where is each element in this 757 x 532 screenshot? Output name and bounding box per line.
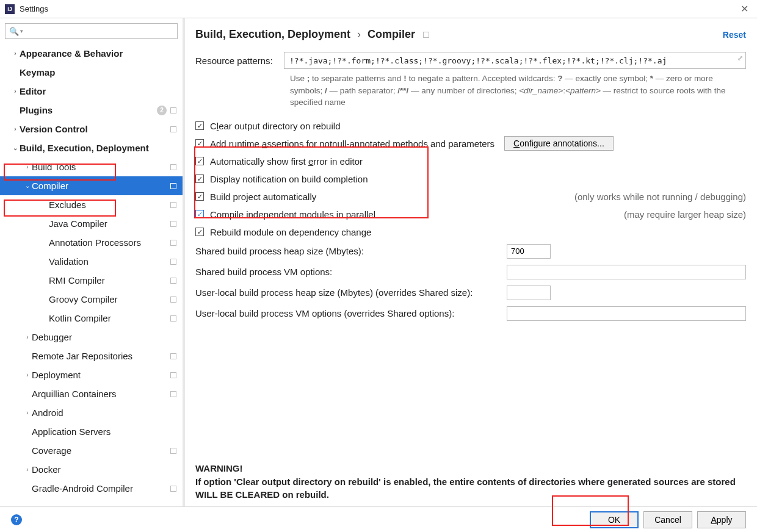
build-auto-checkbox[interactable]: ✓	[195, 192, 204, 201]
scope-icon	[170, 372, 176, 378]
resource-help-text: Use ; to separate patterns and ! to nega…	[290, 73, 746, 109]
tree-item-label: Annotation Processors	[49, 237, 170, 248]
ok-button[interactable]: OK	[590, 511, 639, 528]
scope-icon	[170, 164, 176, 170]
close-icon[interactable]: ✕	[737, 3, 752, 15]
local-vm-input[interactable]	[507, 306, 746, 321]
apply-button[interactable]: Apply	[697, 511, 746, 528]
chevron-icon: ›	[11, 88, 20, 95]
tree-item-groovy-compiler[interactable]: ›Groovy Compiler	[0, 290, 183, 309]
tree-item-label: Java Compiler	[49, 218, 170, 229]
auto-show-error-checkbox[interactable]: ✓	[195, 157, 204, 165]
tree-item-label: Kotlin Compiler	[49, 313, 170, 323]
display-notification-checkbox[interactable]: ✓	[195, 174, 204, 183]
tree-item-deployment[interactable]: ›Deployment	[0, 365, 183, 384]
tree-item-label: Remote Jar Repositories	[32, 351, 170, 361]
chevron-icon: ›	[11, 126, 20, 132]
shared-heap-input[interactable]	[507, 244, 551, 259]
shared-heap-label: Shared build process heap size (Mbytes):	[195, 246, 507, 256]
scope-icon	[170, 315, 176, 322]
tree-item-label: Build, Execution, Deployment	[20, 143, 183, 153]
tree-item-kotlin-compiler[interactable]: ›Kotlin Compiler	[0, 309, 183, 328]
rebuild-module-label: Rebuild module on dependency change	[210, 227, 371, 237]
tree-item-build-tools[interactable]: ›Build Tools	[0, 157, 183, 176]
breadcrumb: Build, Execution, Deployment › Compiler	[195, 28, 723, 41]
tree-item-compiler[interactable]: ⌄Compiler	[0, 176, 183, 195]
tree-item-version-control[interactable]: ›Version Control	[0, 120, 183, 138]
tree-item-label: Excludes	[49, 200, 170, 210]
scope-icon	[423, 32, 429, 38]
tree-item-label: Docker	[32, 464, 183, 475]
chevron-icon: ›	[23, 164, 32, 170]
compile-parallel-label: Compile independent modules in parallel	[210, 209, 375, 220]
tree-item-rmi-compiler[interactable]: ›RMI Compiler	[0, 271, 183, 290]
expand-icon[interactable]: ⤢	[737, 54, 743, 62]
tree-item-keymap[interactable]: ›Keymap	[0, 63, 183, 82]
chevron-icon: ›	[23, 334, 32, 340]
tree-item-build-execution-deployment[interactable]: ⌄Build, Execution, Deployment	[0, 138, 183, 157]
configure-annotations-button[interactable]: Configure annotations...	[504, 136, 614, 151]
titlebar: IJ Settings ✕	[0, 0, 757, 18]
tree-item-arquillian-containers[interactable]: ›Arquillian Containers	[0, 384, 183, 403]
tree-item-appearance-behavior[interactable]: ›Appearance & Behavior	[0, 44, 183, 63]
scope-icon	[170, 107, 176, 113]
rebuild-module-checkbox[interactable]: ✓	[195, 228, 204, 236]
build-auto-label: Build project automatically	[210, 192, 316, 202]
shared-vm-label: Shared build process VM options:	[195, 267, 507, 277]
tree-item-application-servers[interactable]: ›Application Servers	[0, 422, 183, 441]
badge: 2	[157, 106, 167, 115]
reset-link[interactable]: Reset	[723, 30, 746, 40]
scope-icon	[170, 391, 176, 397]
settings-tree: ›Appearance & Behavior›Keymap›Editor›Plu…	[0, 44, 183, 506]
tree-item-debugger[interactable]: ›Debugger	[0, 328, 183, 347]
tree-item-annotation-processors[interactable]: ›Annotation Processors	[0, 233, 183, 252]
runtime-assertions-label: Add runtime assertions for notnull-annot…	[210, 138, 494, 149]
tree-item-label: Arquillian Containers	[32, 389, 170, 399]
clear-output-label: Clear output directory on rebuild	[210, 121, 340, 131]
help-icon[interactable]: ?	[11, 514, 22, 525]
tree-item-label: Debugger	[32, 332, 183, 342]
clear-output-checkbox[interactable]: ✓	[195, 121, 204, 130]
tree-item-editor[interactable]: ›Editor	[0, 82, 183, 101]
cancel-button[interactable]: Cancel	[643, 511, 692, 528]
scope-icon	[170, 448, 176, 454]
compile-parallel-checkbox[interactable]: ✓	[195, 210, 204, 218]
tree-item-label: Deployment	[32, 370, 170, 380]
scope-icon	[170, 240, 176, 246]
search-input[interactable]: 🔍▾	[5, 23, 178, 39]
tree-item-label: Validation	[49, 256, 170, 267]
scope-icon	[170, 297, 176, 303]
tree-item-label: Version Control	[20, 124, 170, 134]
tree-item-label: Build Tools	[32, 162, 170, 172]
main-panel: Build, Execution, Deployment › Compiler …	[183, 18, 757, 506]
tree-item-android[interactable]: ›Android	[0, 403, 183, 422]
sidebar: 🔍▾ ›Appearance & Behavior›Keymap›Editor›…	[0, 18, 183, 506]
compile-parallel-hint: (may require larger heap size)	[612, 209, 746, 220]
build-auto-hint: (only works while not running / debuggin…	[562, 192, 746, 202]
tree-item-label: Groovy Compiler	[49, 294, 170, 304]
tree-item-validation[interactable]: ›Validation	[0, 252, 183, 271]
search-icon: 🔍	[9, 27, 19, 36]
tree-item-plugins[interactable]: ›Plugins2	[0, 101, 183, 120]
scope-icon	[170, 126, 176, 132]
local-heap-label: User-local build process heap size (Mbyt…	[195, 287, 507, 298]
tree-item-remote-jar-repositories[interactable]: ›Remote Jar Repositories	[0, 347, 183, 365]
tree-item-java-compiler[interactable]: ›Java Compiler	[0, 214, 183, 233]
local-heap-input[interactable]	[507, 286, 551, 300]
shared-vm-input[interactable]	[507, 265, 746, 279]
tree-item-label: Compiler	[32, 181, 170, 191]
scope-icon	[170, 486, 176, 492]
chevron-icon: ›	[23, 466, 32, 473]
tree-item-coverage[interactable]: ›Coverage	[0, 441, 183, 460]
tree-item-excludes[interactable]: ›Excludes	[0, 195, 183, 214]
runtime-assertions-checkbox[interactable]: ✓	[195, 139, 204, 148]
tree-item-gradle-android-compiler[interactable]: ›Gradle-Android Compiler	[0, 479, 183, 498]
resource-patterns-input[interactable]: !?*.java;!?*.form;!?*.class;!?*.groovy;!…	[284, 52, 746, 69]
scope-icon	[170, 353, 176, 359]
resource-patterns-label: Resource patterns:	[195, 56, 284, 66]
local-vm-label: User-local build process VM options (ove…	[195, 308, 507, 318]
tree-item-label: Editor	[20, 86, 183, 96]
tree-item-docker[interactable]: ›Docker	[0, 460, 183, 479]
scope-icon	[170, 183, 176, 189]
display-notification-label: Display notification on build completion	[210, 174, 368, 184]
